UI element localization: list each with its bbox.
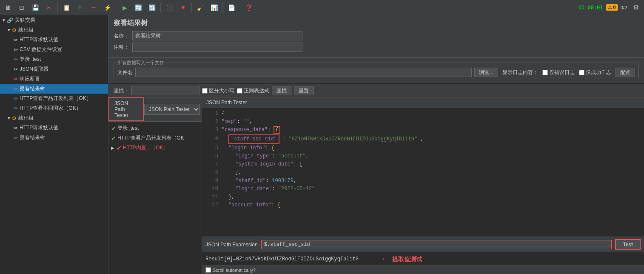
arrow-annotation: ← 提取值测试 [382,254,422,264]
toolbar-btn-chart[interactable]: 📊 [208,1,220,14]
toolbar-btn-5[interactable]: 🔄 [132,1,145,14]
tree-item-login[interactable]: ✔ 登录_test [108,123,202,133]
config-btn[interactable]: 配置 [616,68,635,77]
sidebar-item-results2[interactable]: ✏ 察看结果树 [0,133,108,143]
reset-btn[interactable]: 重置 [294,86,313,95]
toolbar-btn-cut[interactable]: ✂ [43,1,55,14]
success-only-label: 仅成功日志 [586,69,611,76]
expand-inner[interactable]: ▶ [111,146,114,150]
timer: 00:00:01 [578,5,603,11]
sidebar-item-results[interactable]: ✏ 察看结果树 [0,84,108,94]
result-bar: Result[0]=0Z1oN7WHiKDxUIZRodGlFOIZOuSoig… [202,252,644,265]
json-line-9: 9 "staff_id": 1003179, [205,177,641,185]
toolbar-btn-broom[interactable]: 🧹 [194,1,207,14]
browse-btn[interactable]: 浏览... [474,68,498,77]
toolbar-btn-1[interactable]: 🖥 [2,1,14,14]
filename-label: 文件名 [117,69,133,76]
json-line-11: 11 }, [205,193,641,201]
search-bar: 查找： 区分大小写 正则表达式 查找 重置 [108,84,644,97]
csv-icon: ✏ [14,47,18,53]
http-default-label: HTTP请求默认值 [20,36,58,43]
success-only-checkbox[interactable] [579,70,584,75]
auto-scroll-checkbox[interactable] [205,267,211,273]
left-tab[interactable]: JSON Path Tester [108,97,144,121]
xiancheng1-label: 线程组 [18,26,34,34]
sidebar-item-xiancheng2[interactable]: ▼ ⚙ 线程组 [0,113,108,123]
left-tab-label: JSON Path Tester [114,100,128,118]
expand-guanlian[interactable]: ▼ [2,18,6,23]
name-label: 名称： [114,32,129,40]
expr-label: JSON Path Expression [205,242,258,248]
file-row: 文件名 浏览... 显示日志内容： 仅错误日志 仅成功日志 配置 [117,68,635,77]
status-ok-icon-login: ✔ [111,125,116,132]
toolbar-btn-2[interactable]: ⊡ [15,1,28,14]
auto-scroll-text: Scroll automatically? [213,268,256,273]
json-line-4: 4 "staff_sso_sid" : "0Z1oN7WHiKDxUIZRodG… [205,134,641,144]
json-scroll-h [202,233,644,237]
filename-input[interactable] [135,68,472,77]
warn-icon: ⚠ [608,5,612,10]
toolbar-btn-play[interactable]: ▶ [118,1,131,14]
toolbar-btn-stop[interactable]: ⬛ [163,1,176,14]
test-btn[interactable]: Test [615,239,641,250]
tree-item-inner-label: HTTP内查...（OK） [123,144,168,151]
results-label: 察看结果树 [20,85,45,92]
toolbar-btn-toggle[interactable]: ⚡ [101,1,114,14]
sidebar-item-http-default2[interactable]: ✏ HTTP请求默认值 [0,123,108,133]
sidebar-item-xiancheng1[interactable]: ▼ ⚙ 线程组 [0,25,108,35]
error-only-label: 仅错误日志 [549,69,575,76]
json-line-10: 10 "login_date": "2022-05-12" [205,185,641,193]
find-btn[interactable]: 查找 [272,86,291,95]
panel-dropdown[interactable]: JSON Path Tester [144,104,200,115]
warn-count: 0 [613,5,616,10]
error-only-checkbox[interactable] [542,70,548,75]
toolbar-btn-remove[interactable]: − [87,1,100,14]
toolbar-btn-settings[interactable]: ⚙ [630,1,642,14]
login-icon: ✏ [14,57,18,63]
sidebar-item-http-country[interactable]: ✏ HTTP查看不同国家（OK） [0,103,108,113]
success-only-checkbox-label: 仅成功日志 [579,69,611,76]
http-default2-icon: ✏ [14,125,18,131]
sidebar-item-login[interactable]: ✏ 登录_test [0,54,108,64]
json-content[interactable]: 1 { 2 "msg": "", 3 "response_data": { [202,108,644,233]
http-product-icon: ✏ [14,96,18,102]
sidebar-item-guanlian[interactable]: ▼ 🔗 关联交易 [0,15,108,25]
expand-xiancheng2[interactable]: ▼ [7,116,11,120]
search-label: 查找： [114,87,129,94]
sidebar-item-csv[interactable]: ✏ CSV 数据文件设置 [0,45,108,54]
result-text: Result[0]=0Z1oN7WHiKDxUIZRodGlFOIZOuSoig… [205,256,359,262]
regex-checkbox[interactable] [237,88,242,94]
json-line-2: 2 "msg": "", [205,118,641,126]
tree-panel-header: JSON Path Tester JSON Path Tester [108,97,202,122]
toolbar-btn-7[interactable]: 🔻 [177,1,189,14]
sidebar-item-http-product[interactable]: ✏ HTTP查看产品开发列表（OK） [0,94,108,103]
expand-xiancheng1[interactable]: ▼ [7,28,11,32]
toolbar-btn-add[interactable]: + [74,1,86,14]
expr-input[interactable] [261,240,612,249]
json-tab-label: JSON Path Tester [206,100,247,106]
toolbar-btn-8[interactable]: 📄 [225,1,238,14]
display-log-label: 显示日志内容： [502,69,538,76]
sidebar-item-http-default[interactable]: ✏ HTTP请求默认值 [0,35,108,45]
sidebar-item-assertion[interactable]: ✏ 响应断言 [0,74,108,84]
comment-row: 注释： [114,43,639,52]
json-line-1: 1 { [205,110,641,118]
toolbar-btn-6[interactable]: 🔃 [145,1,158,14]
json-line-12: 12 "account_info": { [205,201,641,209]
sidebar: ▼ 🔗 关联交易 ▼ ⚙ 线程组 ✏ HTTP请求默认值 ✏ CSV 数据文件设… [0,15,108,274]
regex-text: 正则表达式 [244,87,269,94]
name-input[interactable] [132,31,302,40]
toolbar-btn-save[interactable]: 💾 [29,1,42,14]
toolbar-btn-help[interactable]: ❓ [242,1,255,14]
toolbar-btn-copy[interactable]: 📋 [60,1,73,14]
http-default-icon: ✏ [14,37,18,43]
sidebar-item-json-extractor[interactable]: ✂ JSON提取器 [0,64,108,74]
tree-item-product[interactable]: ✔ HTTP查看产品开发列表（OK [108,133,202,143]
tree-panel: JSON Path Tester JSON Path Tester ✔ 登录_t… [108,97,202,274]
results2-icon: ✏ [14,135,18,141]
tree-item-inner[interactable]: ▶ ✔ HTTP内查...（OK） [108,143,202,153]
case-sensitive-checkbox[interactable] [202,88,208,94]
sep5 [222,3,223,13]
comment-input[interactable] [132,43,302,52]
search-input[interactable] [131,86,199,95]
